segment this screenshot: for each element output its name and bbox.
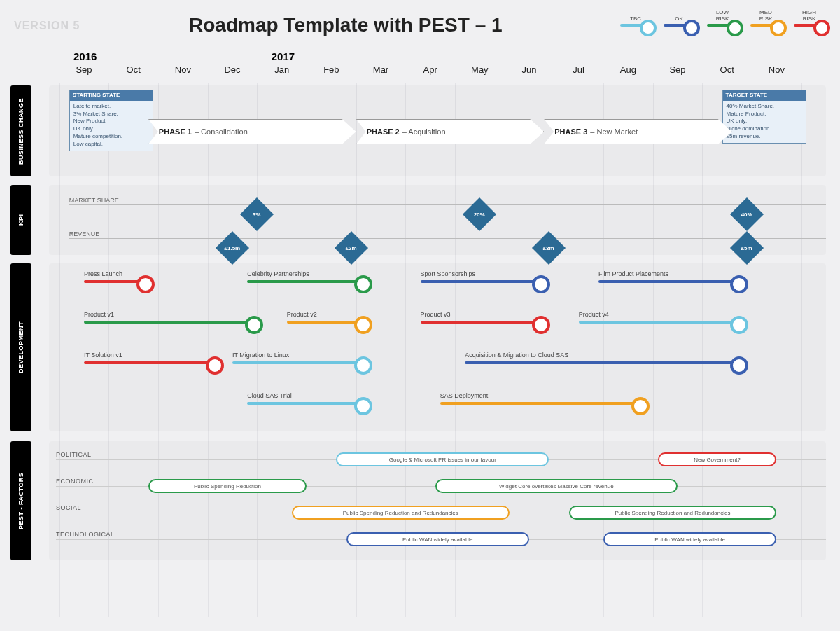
legend-label: LOW RISK (716, 10, 729, 22)
pest-factor: Public Spending Reduction and Redundanci… (292, 506, 510, 520)
track-bar (84, 361, 218, 364)
phase-arrow: PHASE 3 – New Market (544, 119, 732, 144)
track-label: Cloud SAS Trial (247, 392, 292, 399)
month-label: Dec (224, 64, 240, 75)
month-label: Apr (424, 64, 438, 75)
pest-row-label: TECHNOLOGICAL (56, 531, 115, 538)
month-label: Aug (620, 64, 636, 75)
pest-factor: Public Spending Reduction and Redundanci… (569, 506, 777, 520)
month-label: Jun (522, 64, 537, 75)
pest-row-label: SOCIAL (56, 504, 81, 511)
starting-state-box: STARTING STATELate to market.3% Market S… (69, 90, 153, 151)
track-bar (84, 280, 148, 283)
legend-item-med: MED RISK (750, 10, 781, 27)
section-kpi: KPI MARKET SHARE3%20%40%REVENUE£1.5m£2m£… (56, 185, 826, 255)
legend-label: TBC (630, 16, 641, 22)
legend-label: MED RISK (760, 10, 773, 22)
legend-label: OK (675, 16, 683, 22)
swimlane-kpi: KPI (10, 185, 31, 255)
month-label: Oct (127, 64, 141, 75)
year-row: 20162017 (56, 50, 826, 63)
pest-factor: Widget Core overtakes Massive Core reven… (435, 479, 678, 493)
pest-factor: New Government? (658, 452, 777, 466)
month-label: Jul (573, 64, 584, 75)
month-label: Mar (373, 64, 388, 75)
track-bar (421, 321, 545, 324)
legend-bar-icon (664, 24, 694, 27)
section-business-change: BUSINESS CHANGE STARTING STATELate to ma… (56, 85, 826, 176)
track-label: Product v1 (84, 311, 114, 318)
legend-bar-icon (750, 24, 781, 27)
swimlane-business-change: BUSINESS CHANGE (10, 85, 31, 176)
track-label: Product v2 (287, 311, 317, 318)
track-label: Celebrity Partnerships (247, 270, 309, 277)
page-title: Roadmap Template with PEST – 1 (189, 14, 503, 36)
track-label: Film Product Placements (598, 270, 668, 277)
version-label: VERSION 5 (14, 20, 80, 32)
track-label: IT Migration to Linux (232, 352, 289, 359)
track-label: SAS Deployment (440, 392, 489, 399)
pest-row-label: ECONOMIC (56, 478, 94, 485)
pest-factor: Public WAN widely available (346, 532, 529, 546)
track-bar (84, 321, 257, 324)
legend-bar-icon (707, 24, 738, 27)
section-pest: PEST - FACTORS POLITICALECONOMICSOCIALTE… (56, 441, 826, 560)
pest-row-label: POLITICAL (56, 451, 92, 458)
month-label: Sep (669, 64, 685, 75)
pest-factor: Public Spending Reduction (148, 479, 307, 493)
phase-arrow: PHASE 2 – Acquisition (356, 119, 545, 144)
kpi-row-label: MARKET SHARE (69, 197, 119, 204)
track-label: IT Solution v1 (84, 352, 122, 359)
track-bar (465, 361, 742, 364)
track-label: Product v4 (579, 311, 609, 318)
month-label: Feb (323, 64, 339, 75)
pest-factor: Google & Microsoft PR issues in our favo… (336, 452, 549, 466)
month-label: May (471, 64, 489, 75)
month-label: Nov (769, 64, 785, 75)
track-bar (287, 321, 366, 324)
month-row: SepOctNovDecJanFebMarAprMayJunJulAugSepO… (56, 64, 826, 83)
legend-bar-icon (794, 24, 825, 27)
target-state-box: TARGET STATE40% Market Share.Mature Prod… (722, 90, 806, 144)
track-bar (232, 361, 366, 364)
legend-bar-icon (620, 24, 651, 27)
legend-item-tbc: TBC (620, 16, 651, 27)
section-development: DEVELOPMENT Press LaunchCelebrity Partne… (56, 263, 826, 431)
divider (13, 41, 827, 41)
track-label: Press Launch (84, 270, 122, 277)
legend-label: HIGH RISK (802, 10, 816, 22)
legend-item-high: HIGH RISK (794, 10, 825, 27)
legend-item-low: LOW RISK (707, 10, 738, 27)
swimlane-pest: PEST - FACTORS (10, 441, 31, 560)
track-bar (579, 321, 742, 324)
track-bar (598, 280, 742, 283)
month-label: Jan (274, 64, 289, 75)
track-bar (440, 402, 643, 405)
month-label: Oct (720, 64, 734, 75)
track-label: Sport Sponsorships (421, 270, 476, 277)
track-label: Product v3 (421, 311, 451, 318)
pest-factor: Public WAN widely available (603, 532, 776, 546)
year-label: 2017 (272, 50, 295, 62)
track-label: Acquisition & Migration to Cloud SAS (465, 352, 568, 359)
month-label: Sep (76, 64, 92, 75)
swimlane-development: DEVELOPMENT (10, 263, 31, 431)
month-label: Nov (175, 64, 191, 75)
kpi-row-label: REVENUE (69, 230, 100, 237)
track-bar (247, 280, 366, 283)
track-bar (421, 280, 545, 283)
track-bar (247, 402, 366, 405)
phase-arrow: PHASE 1 – Consolidation (148, 119, 356, 144)
legend-item-ok: OK (664, 16, 694, 27)
year-label: 2016 (74, 50, 97, 62)
timeline-area: 20162017 SepOctNovDecJanFebMarAprMayJunJ… (56, 50, 826, 617)
legend: TBCOKLOW RISKMED RISKHIGH RISK (620, 10, 825, 27)
